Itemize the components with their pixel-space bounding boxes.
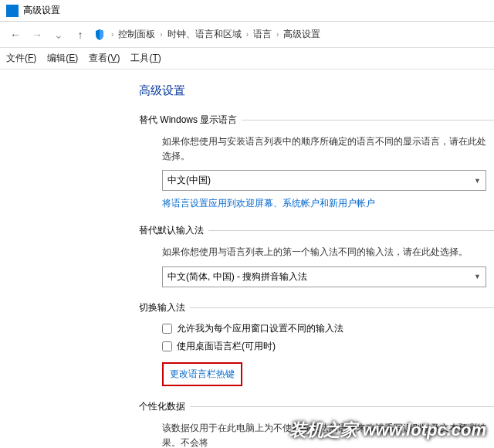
section-default-ime: 替代默认输入法 如果你想使用与语言列表上的第一个输入法不同的输入法，请在此处选择…: [139, 224, 494, 287]
divider: [242, 120, 494, 120]
section-personal-data: 个性化数据 该数据仅用于在此电脑上为不使用输入法的语言来改进手写识别以及文本预测…: [139, 400, 494, 448]
chevron-down-icon: ▼: [474, 273, 481, 280]
change-langbar-hotkey-link[interactable]: 更改语言栏热键: [162, 362, 242, 386]
desktop-langbar-checkbox[interactable]: 使用桌面语言栏(可用时): [162, 340, 494, 353]
menu-file[interactable]: 文件(F): [6, 52, 36, 65]
menu-view[interactable]: 查看(V): [89, 52, 120, 65]
navbar: ← → ⌄ ↑ › 控制面板 › 时钟、语言和区域 › 语言 › 高级设置: [0, 22, 494, 48]
menu-edit[interactable]: 编辑(E): [47, 52, 78, 65]
section-head-label: 替代 Windows 显示语言: [139, 114, 237, 127]
section-head-label: 替代默认输入法: [139, 224, 204, 237]
content: 高级设置 替代 Windows 显示语言 如果你想使用与安装语言列表中的顺序所确…: [0, 70, 494, 448]
checkbox-label: 允许我为每个应用窗口设置不同的输入法: [177, 322, 343, 335]
crumb-advanced[interactable]: 高级设置: [283, 28, 320, 41]
titlebar: 高级设置: [0, 0, 494, 22]
checkbox-label: 使用桌面语言栏(可用时): [177, 340, 276, 353]
crumb-language[interactable]: 语言: [253, 28, 272, 41]
select-value: 中文(中国): [167, 174, 211, 187]
chevron-right-icon: ›: [111, 30, 113, 39]
section-description: 如果你想使用与安装语言列表中的顺序所确定的语言不同的显示语言，请在此处选择。: [162, 134, 494, 164]
breadcrumb[interactable]: › 控制面板 › 时钟、语言和区域 › 语言 › 高级设置: [110, 28, 488, 41]
up-button[interactable]: ↑: [71, 25, 90, 44]
divider: [190, 406, 494, 407]
chevron-down-icon: ▼: [474, 177, 481, 185]
control-panel-icon: [6, 5, 19, 17]
per-app-ime-checkbox[interactable]: 允许我为每个应用窗口设置不同的输入法: [162, 322, 494, 335]
crumb-control-panel[interactable]: 控制面板: [118, 28, 155, 41]
select-value: 中文(简体, 中国) - 搜狗拼音输入法: [167, 270, 307, 283]
checkbox-input[interactable]: [162, 341, 172, 351]
default-ime-select[interactable]: 中文(简体, 中国) - 搜狗拼音输入法 ▼: [162, 266, 486, 287]
back-button[interactable]: ←: [6, 25, 25, 44]
section-display-language: 替代 Windows 显示语言 如果你想使用与安装语言列表中的顺序所确定的语言不…: [139, 114, 494, 210]
menu-tools[interactable]: 工具(T): [130, 52, 161, 65]
window-title: 高级设置: [23, 4, 60, 17]
display-language-select[interactable]: 中文(中国) ▼: [162, 170, 486, 191]
section-description: 如果你想使用与语言列表上的第一个输入法不同的输入法，请在此处选择。: [162, 245, 494, 260]
section-description: 该数据仅用于在此电脑上为不使用输入法的语言来改进手写识别以及文本预测结果。不会将…: [162, 421, 494, 448]
checkbox-input[interactable]: [162, 324, 172, 334]
section-head-label: 个性化数据: [139, 400, 185, 413]
page-title: 高级设置: [139, 83, 494, 98]
chevron-right-icon: ›: [246, 30, 249, 39]
divider: [208, 230, 494, 231]
apply-to-welcome-link[interactable]: 将语言设置应用到欢迎屏幕、系统帐户和新用户帐户: [162, 197, 375, 210]
shield-icon: [93, 28, 107, 42]
section-switch-ime: 切换输入法 允许我为每个应用窗口设置不同的输入法 使用桌面语言栏(可用时) 更改…: [139, 301, 494, 386]
menubar: 文件(F) 编辑(E) 查看(V) 工具(T): [0, 48, 494, 70]
chevron-right-icon: ›: [276, 30, 279, 39]
chevron-right-icon: ›: [160, 30, 162, 39]
forward-button[interactable]: →: [28, 25, 46, 44]
divider: [190, 307, 494, 308]
recent-dropdown[interactable]: ⌄: [49, 25, 68, 44]
crumb-clock-lang[interactable]: 时钟、语言和区域: [167, 28, 242, 41]
section-head-label: 切换输入法: [139, 301, 185, 314]
